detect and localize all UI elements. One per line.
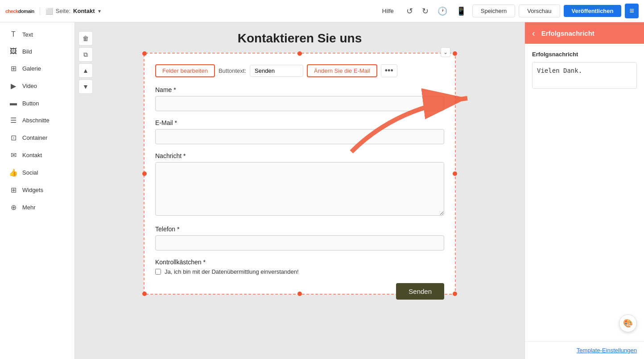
left-sidebar: T Text 🖼 Bild ⊞ Galerie ▶ Video ▬ Button…	[0, 22, 75, 359]
handle-middle-left[interactable]	[142, 171, 147, 176]
sidebar-item-widgets[interactable]: ⊞ Widgets	[2, 182, 73, 198]
canvas-area: 🗑 ⧉ ▲ ▼ Kontaktieren Sie uns ⌄ ⌄	[75, 22, 524, 359]
sidebar-label-widgets: Widgets	[22, 187, 43, 193]
veroeffentlichen-button[interactable]: Veröffentlichen	[564, 5, 622, 17]
sidebar-item-social[interactable]: 👍 Social	[2, 164, 73, 181]
more-options-button[interactable]: •••	[381, 64, 397, 77]
email-input[interactable]	[155, 129, 444, 144]
right-panel-title: Erfolgsnachricht	[541, 29, 594, 37]
form-container: ⌄ ⌄ Felder bearbeiten Buttontext: Ändern…	[144, 53, 456, 295]
nachricht-textarea[interactable]	[155, 162, 444, 216]
speichern-button[interactable]: Speichern	[472, 4, 516, 17]
hilfe-link[interactable]: Hilfe	[378, 5, 398, 17]
sidebar-item-galerie[interactable]: ⊞ Galerie	[2, 60, 73, 77]
sidebar-item-container[interactable]: ⊡ Container	[2, 129, 73, 146]
handle-bottom-center[interactable]	[297, 292, 302, 296]
handle-middle-right[interactable]	[453, 171, 457, 176]
sidebar-label-container: Container	[22, 134, 47, 141]
page-section: ⬜ Seite: Kontakt ▾	[40, 7, 102, 15]
datenschutz-checkbox[interactable]	[155, 269, 161, 275]
social-icon: 👍	[9, 168, 18, 177]
nachricht-label: Nachricht *	[155, 152, 444, 159]
sidebar-item-abschnitte[interactable]: ☰ Abschnitte	[2, 112, 73, 129]
buttontext-label: Buttontext:	[219, 67, 246, 74]
telefon-label: Telefon *	[155, 225, 444, 233]
checkbox-row: Ja, ich bin mit der Datenübermittlung ei…	[155, 268, 444, 275]
page-label: Seite:	[56, 8, 70, 14]
checkbox-label: Ja, ich bin mit der Datenübermittlung ei…	[165, 268, 299, 275]
sidebar-label-text: Text	[22, 31, 33, 38]
section-title-erfolgsnachricht: Erfolgsnachricht	[532, 51, 637, 58]
right-panel-header: ‹ Erfolgsnachricht	[525, 22, 644, 44]
sidebar-label-mehr: Mehr	[22, 204, 36, 211]
felder-bearbeiten-button[interactable]: Felder bearbeiten	[155, 64, 215, 77]
checkbox-group-label: Kontrollkästchen *	[155, 259, 444, 266]
galerie-icon: ⊞	[9, 64, 18, 73]
delete-button[interactable]: 🗑	[78, 31, 93, 46]
design-icon-button[interactable]: 🎨	[619, 314, 637, 332]
page-icon: ⬜	[45, 8, 53, 15]
redo-button[interactable]: ↻	[419, 4, 431, 18]
form-toolbar: Felder bearbeiten Buttontext: Ändern Sie…	[155, 64, 444, 77]
page-name: Kontakt	[73, 8, 95, 14]
tool-strip: 🗑 ⧉ ▲ ▼	[78, 31, 93, 94]
buttontext-input[interactable]	[250, 65, 303, 77]
form-group-name: Name *	[155, 86, 444, 111]
container-icon: ⊡	[9, 134, 18, 142]
button-icon: ▬	[9, 99, 18, 107]
form-group-checkbox: Kontrollkästchen * Ja, ich bin mit der D…	[155, 259, 444, 275]
name-label: Name *	[155, 86, 444, 93]
canvas-wrapper: Kontaktieren Sie uns ⌄ ⌄ Felder bearbeit…	[144, 31, 456, 300]
undo-button[interactable]: ↺	[404, 4, 416, 18]
sidebar-item-video[interactable]: ▶ Video	[2, 78, 73, 94]
handle-bottom-right[interactable]	[453, 292, 457, 296]
right-panel-body: Erfolgsnachricht Vielen Dank.	[525, 44, 644, 341]
widgets-icon: ⊞	[9, 186, 18, 194]
text-icon: T	[9, 30, 18, 38]
vorschau-button[interactable]: Vorschau	[519, 4, 560, 17]
sidebar-item-mehr[interactable]: ⊕ Mehr	[2, 199, 73, 216]
erfolgsnachricht-textarea[interactable]: Vielen Dank.	[532, 62, 637, 89]
topbar: checkdomain ⬜ Seite: Kontakt ▾ Hilfe ↺ ↻…	[0, 0, 644, 22]
video-icon: ▶	[9, 82, 18, 90]
move-down-button[interactable]: ▼	[78, 79, 93, 94]
topbar-menu-button[interactable]: ≡	[625, 4, 639, 18]
sidebar-item-button[interactable]: ▬ Button	[2, 95, 73, 111]
template-einstellungen-button[interactable]: Template-Einstellungen	[577, 347, 637, 354]
sidebar-item-kontakt[interactable]: ✉ Kontakt	[2, 147, 73, 163]
email-label: E-Mail *	[155, 119, 444, 126]
aendern-email-button[interactable]: Ändern Sie die E-Mail	[307, 64, 377, 77]
sidebar-item-bild[interactable]: 🖼 Bild	[2, 43, 73, 59]
name-input[interactable]	[155, 96, 444, 111]
abschnitte-icon: ☰	[9, 116, 18, 125]
duplicate-button[interactable]: ⧉	[78, 47, 93, 62]
collapse-bottom-button[interactable]: ⌄	[441, 47, 450, 57]
history-button[interactable]: 🕐	[435, 4, 450, 18]
sidebar-item-text[interactable]: T Text	[2, 26, 73, 42]
mehr-icon: ⊕	[9, 203, 18, 212]
sidebar-label-video: Video	[22, 83, 37, 89]
right-panel-footer: Template-Einstellungen	[525, 341, 644, 359]
sidebar-label-button: Button	[22, 100, 39, 107]
page-title: Kontaktieren Sie uns	[144, 31, 456, 46]
handle-top-center[interactable]	[297, 51, 302, 56]
right-panel-back-button[interactable]: ‹	[530, 26, 537, 40]
right-panel: ‹ Erfolgsnachricht Erfolgsnachricht Viel…	[524, 22, 644, 359]
sidebar-label-abschnitte: Abschnitte	[22, 117, 50, 124]
sidebar-label-social: Social	[22, 169, 38, 176]
mobile-view-button[interactable]: 📱	[454, 4, 469, 18]
move-up-button[interactable]: ▲	[78, 63, 93, 78]
handle-bottom-left[interactable]	[142, 292, 147, 296]
form-group-email: E-Mail *	[155, 119, 444, 144]
main-layout: T Text 🖼 Bild ⊞ Galerie ▶ Video ▬ Button…	[0, 22, 644, 359]
sidebar-label-bild: Bild	[22, 48, 32, 55]
form-group-telefon: Telefon *	[155, 225, 444, 250]
senden-button[interactable]: Senden	[396, 283, 444, 300]
handle-top-right[interactable]	[453, 51, 457, 56]
page-dropdown-button[interactable]: ▾	[97, 7, 102, 15]
topbar-actions: ↺ ↻ 🕐 📱 Speichern Vorschau Veröffentlich…	[404, 4, 639, 18]
bild-icon: 🖼	[9, 47, 18, 55]
logo: checkdomain	[5, 8, 34, 14]
telefon-input[interactable]	[155, 235, 444, 250]
handle-top-left[interactable]	[142, 51, 147, 56]
